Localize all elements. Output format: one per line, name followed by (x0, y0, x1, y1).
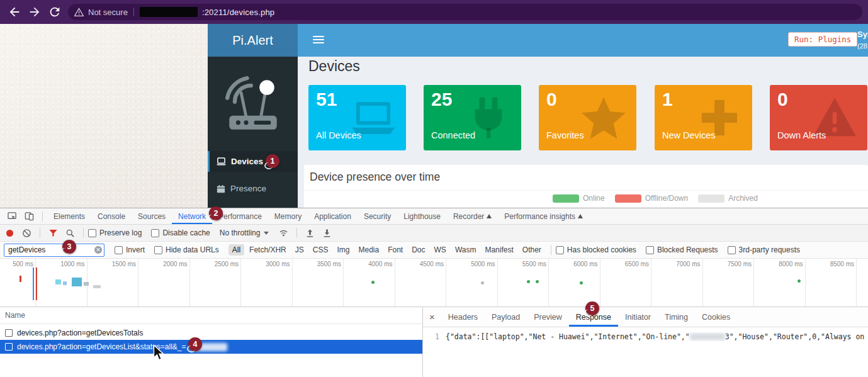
stat-card-favorites[interactable]: 0 Favorites (539, 85, 636, 150)
network-filter-input[interactable] (7, 245, 91, 256)
detail-tab-cookies[interactable]: Cookies (695, 308, 737, 327)
clear-input-icon[interactable]: ✕ (94, 246, 102, 254)
tab-memory[interactable]: Memory (268, 209, 308, 224)
tab-console[interactable]: Console (91, 209, 132, 224)
filter-type-img[interactable]: Img (333, 244, 353, 256)
chart-legend: Online Offline/Down Archived (553, 194, 758, 203)
app-navbar: Run: Plugins Sym (28, (298, 24, 868, 57)
tab-network[interactable]: Network (172, 209, 212, 224)
network-overview-timeline[interactable]: 500 ms 1000 ms 1500 ms 2000 ms 2500 ms 3… (0, 259, 868, 307)
network-request-list: Name devices.php?action=getDevicesTotals… (0, 307, 423, 377)
tab-application[interactable]: Application (308, 209, 358, 224)
sidebar-item-presence[interactable]: Presence (208, 178, 298, 199)
network-request-row-selected[interactable]: devices.php?action=getDevicesList&status… (0, 340, 422, 354)
annotation-3: 3 (62, 240, 76, 254)
legend-label: Offline/Down (645, 194, 688, 203)
has-blocked-cookies-checkbox[interactable]: Has blocked cookies (556, 245, 636, 254)
stat-card-all-devices[interactable]: 51 All Devices (308, 85, 406, 150)
invert-checkbox[interactable]: Invert (115, 245, 145, 254)
detail-tab-preview[interactable]: Preview (527, 308, 568, 327)
back-icon[interactable] (8, 5, 21, 19)
star-icon (581, 95, 626, 140)
tab-sources[interactable]: Sources (132, 209, 172, 224)
stat-value: 0 (546, 89, 557, 110)
device-toolbar-icon[interactable] (25, 211, 34, 221)
tab-performance-insights[interactable]: Performance insights (498, 209, 589, 224)
filter-type-media[interactable]: Media (354, 244, 383, 256)
tab-label: Recorder (453, 209, 484, 224)
record-button[interactable] (6, 230, 13, 237)
network-request-row[interactable]: devices.php?action=getDevicesTotals (0, 326, 422, 340)
detail-tab-headers[interactable]: Headers (441, 308, 485, 327)
legend-item-offline: Offline/Down (615, 194, 688, 203)
blocked-requests-checkbox[interactable]: Blocked Requests (646, 245, 718, 254)
search-icon[interactable] (65, 228, 75, 238)
stat-value: 25 (431, 89, 452, 110)
address-bar[interactable]: Not secure :20211/devices.php (68, 4, 862, 20)
timeline-mark (55, 279, 61, 284)
filter-icon[interactable] (48, 228, 58, 238)
name-column-header[interactable]: Name (0, 307, 422, 324)
filter-type-all[interactable]: All (228, 244, 244, 256)
disable-cache-checkbox[interactable]: Disable cache (151, 228, 210, 237)
export-har-icon[interactable] (322, 228, 332, 238)
stat-card-down-alerts[interactable]: 0 Down Alerts (770, 85, 867, 150)
network-conditions-icon[interactable] (279, 228, 288, 238)
devtools-panel: Elements Console Sources Network Perform… (0, 208, 868, 377)
timeline-tick: 7000 ms (651, 259, 703, 307)
filter-type-other[interactable]: Other (519, 244, 545, 256)
timeline-dot (371, 281, 375, 284)
preserve-log-checkbox[interactable]: Preserve log (88, 228, 142, 237)
hide-data-urls-checkbox[interactable]: Hide data URLs (154, 245, 219, 254)
filter-type-manifest[interactable]: Manifest (481, 244, 517, 256)
filter-type-ws[interactable]: WS (431, 244, 450, 256)
throttling-select[interactable]: No throttling (220, 228, 269, 237)
sidebar-toggle-icon[interactable] (313, 36, 324, 44)
tab-elements[interactable]: Elements (47, 209, 91, 224)
page-content: Devices 51 All Devices 25 Connected 0 Fa… (298, 57, 868, 208)
redaction-blur (690, 333, 725, 340)
laptop-icon (217, 157, 226, 166)
filter-type-doc[interactable]: Doc (408, 244, 429, 256)
tab-security[interactable]: Security (358, 209, 397, 224)
timeline-mark (72, 278, 82, 286)
timeline-tick: 7500 ms (703, 259, 755, 307)
filter-type-js[interactable]: JS (291, 244, 308, 256)
stat-value: 51 (316, 89, 337, 110)
third-party-requests-checkbox[interactable]: 3rd-party requests (728, 245, 800, 254)
filter-type-css[interactable]: CSS (309, 244, 332, 256)
tab-lighthouse[interactable]: Lighthouse (397, 209, 447, 224)
detail-tab-payload[interactable]: Payload (485, 308, 527, 327)
annotation-number: 4 (193, 340, 198, 349)
corner-line-1: Sym (857, 30, 868, 39)
filter-input-wrap: ✕ (4, 244, 104, 257)
refresh-icon[interactable] (48, 5, 62, 19)
forward-icon[interactable] (28, 5, 42, 19)
close-icon[interactable]: × (429, 312, 435, 322)
network-toolbar: Preserve log Disable cache No throttling (0, 225, 868, 242)
inspect-element-icon[interactable] (8, 211, 17, 221)
sidebar-item-label: Devices (231, 157, 263, 166)
import-har-icon[interactable] (305, 228, 315, 238)
stat-label: Down Alerts (777, 130, 826, 140)
tab-recorder[interactable]: Recorder (447, 209, 498, 224)
timeline-tick: 5000 ms (446, 259, 498, 307)
legend-label: Online (583, 194, 605, 203)
run-plugins-button[interactable]: Run: Plugins (788, 32, 857, 47)
corner-line-2: (28, (857, 42, 868, 50)
brand-title: Pi.Alert (232, 33, 273, 48)
stat-card-new-devices[interactable]: 1 New Devices (655, 85, 752, 150)
sidebar-item-devices[interactable]: Devices (208, 151, 298, 172)
detail-tab-initiator[interactable]: Initiator (618, 308, 658, 327)
clear-icon[interactable] (22, 228, 31, 238)
annotation-number: 3 (67, 242, 72, 251)
filter-type-font[interactable]: Font (384, 244, 407, 256)
detail-tab-timing[interactable]: Timing (658, 308, 695, 327)
checkbox (88, 229, 96, 237)
filter-type-wasm[interactable]: Wasm (451, 244, 480, 256)
brand-header[interactable]: Pi.Alert (208, 24, 298, 57)
response-text: 3","House","Router",0,"Always on (725, 332, 865, 341)
divider (42, 211, 43, 222)
stat-card-connected[interactable]: 25 Connected (424, 85, 521, 150)
filter-type-fetch-xhr[interactable]: Fetch/XHR (245, 244, 290, 256)
